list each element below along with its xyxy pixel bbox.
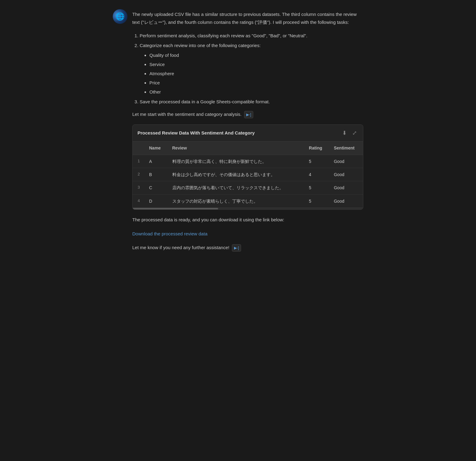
scrollbar-thumb xyxy=(133,208,218,209)
footer-text-block: Let me know if you need any further assi… xyxy=(132,244,363,252)
subcategory-item: Other xyxy=(149,88,363,96)
download-link[interactable]: Download the processed review data xyxy=(132,231,207,236)
download-link-container: Download the processed review data xyxy=(132,230,363,238)
row-sentiment: Good xyxy=(330,168,363,181)
col-name: Name xyxy=(145,142,168,155)
data-table-actions: ⬇ ⤢ xyxy=(341,129,358,137)
row-sentiment: Good xyxy=(330,194,363,208)
processed-data-text: The processed data is ready, and you can… xyxy=(132,216,363,224)
table-row: 4 D スタッフの対応が素晴らしく、丁寧でした。 5 Good xyxy=(133,194,363,208)
scrollbar-indicator[interactable] xyxy=(133,208,363,209)
intro-text: The newly uploaded CSV file has a simila… xyxy=(132,10,363,26)
row-rating: 4 xyxy=(305,168,330,181)
subcategory-item: Price xyxy=(149,79,363,87)
row-review: 料金は少し高めですが、その価値はあると思います。 xyxy=(168,168,305,181)
data-table-header: Processed Review Data With Sentiment And… xyxy=(133,125,363,142)
subcategory-item: Atmosphere xyxy=(149,70,363,77)
data-table-scroll[interactable]: Name Review Rating Sentiment 1 A 料理の質が非常… xyxy=(133,142,363,208)
task-item-3: Save the processed data in a Google Shee… xyxy=(140,98,363,105)
processed-data-text-block: The processed data is ready, and you can… xyxy=(132,216,363,224)
subcategory-item: Service xyxy=(149,61,363,68)
table-header-row: Name Review Rating Sentiment xyxy=(133,142,363,155)
analysis-badge[interactable]: ▶-] xyxy=(244,111,253,118)
col-review: Review xyxy=(168,142,305,155)
row-review: スタッフの対応が素晴らしく、丁寧でした。 xyxy=(168,194,305,208)
row-name: D xyxy=(145,194,168,208)
intro-paragraph: The newly uploaded CSV file has a simila… xyxy=(132,10,363,26)
row-review: 店内の雰囲気が落ち着いていて、リラックスできました。 xyxy=(168,181,305,194)
col-index xyxy=(133,142,145,155)
row-index: 3 xyxy=(133,181,145,194)
row-index: 2 xyxy=(133,168,145,181)
row-name: C xyxy=(145,181,168,194)
row-rating: 5 xyxy=(305,155,330,168)
row-index: 4 xyxy=(133,194,145,208)
task-list: Perform sentiment analysis, classifying … xyxy=(132,32,363,105)
row-rating: 5 xyxy=(305,194,330,208)
row-rating: 5 xyxy=(305,181,330,194)
table-row: 2 B 料金は少し高めですが、その価値はあると思います。 4 Good xyxy=(133,168,363,181)
data-table-container: Processed Review Data With Sentiment And… xyxy=(132,124,363,210)
task-item-1: Perform sentiment analysis, classifying … xyxy=(140,32,363,39)
footer-text: Let me know if you need any further assi… xyxy=(132,245,229,250)
table-row: 1 A 料理の質が非常に高く、特に刺身が新鮮でした。 5 Good xyxy=(133,155,363,168)
subcategory-item: Quality of food xyxy=(149,52,363,59)
review-table: Name Review Rating Sentiment 1 A 料理の質が非常… xyxy=(133,142,363,208)
col-rating: Rating xyxy=(305,142,330,155)
expand-table-button[interactable]: ⤢ xyxy=(351,129,358,137)
row-name: B xyxy=(145,168,168,181)
download-table-button[interactable]: ⬇ xyxy=(341,129,348,137)
row-sentiment: Good xyxy=(330,155,363,168)
table-row: 3 C 店内の雰囲気が落ち着いていて、リラックスできました。 5 Good xyxy=(133,181,363,194)
analysis-start-line: Let me start with the sentiment and cate… xyxy=(132,110,363,118)
avatar: 🌐 xyxy=(113,9,127,24)
analysis-start-text: Let me start with the sentiment and cate… xyxy=(132,112,242,117)
subcategory-list: Quality of food Service Atmosphere Price… xyxy=(140,52,363,96)
data-table-title: Processed Review Data With Sentiment And… xyxy=(137,129,255,137)
row-index: 1 xyxy=(133,155,145,168)
row-review: 料理の質が非常に高く、特に刺身が新鮮でした。 xyxy=(168,155,305,168)
row-name: A xyxy=(145,155,168,168)
message-content: The newly uploaded CSV file has a simila… xyxy=(132,9,363,255)
task-item-2: Categorize each review into one of the f… xyxy=(140,42,363,96)
col-sentiment: Sentiment xyxy=(330,142,363,155)
row-sentiment: Good xyxy=(330,181,363,194)
footer-badge[interactable]: ▶-] xyxy=(232,244,241,252)
